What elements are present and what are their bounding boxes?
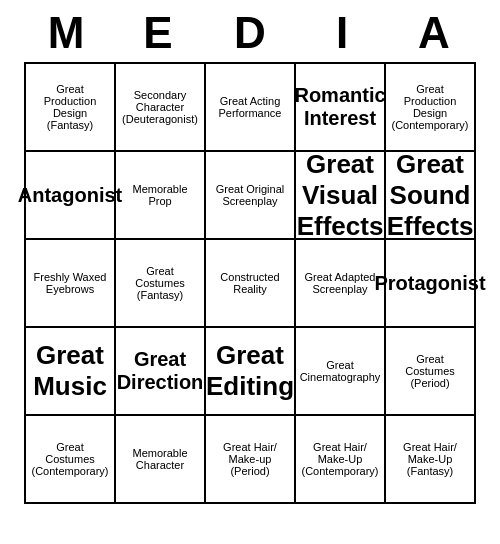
cell-13: Great Adapted Screenplay [296, 240, 386, 328]
cell-17: Great Editing [206, 328, 296, 416]
cell-20: Great Costumes (Contemporary) [26, 416, 116, 504]
cell-15: Great Music [26, 328, 116, 416]
cell-4: Great Production Design (Contemporary) [386, 64, 476, 152]
cell-18: Great Cinematography [296, 328, 386, 416]
cell-14: Protagonist [386, 240, 476, 328]
cell-6: Memorable Prop [116, 152, 206, 240]
title-letter-a: A [394, 8, 474, 58]
cell-10: Freshly Waxed Eyebrows [26, 240, 116, 328]
cell-7: Great Original Screenplay [206, 152, 296, 240]
cell-16: Great Direction [116, 328, 206, 416]
cell-12: Constructed Reality [206, 240, 296, 328]
cell-24: Great Hair/ Make-Up (Fantasy) [386, 416, 476, 504]
cell-3: Romantic Interest [296, 64, 386, 152]
title-letter-i: I [302, 8, 382, 58]
cell-0: Great Production Design (Fantasy) [26, 64, 116, 152]
title-letter-d: D [210, 8, 290, 58]
cell-5: Antagonist [26, 152, 116, 240]
cell-2: Great Acting Performance [206, 64, 296, 152]
title-letter-e: E [118, 8, 198, 58]
cell-9: Great Sound Effects [386, 152, 476, 240]
cell-1: Secondary Character (Deuteragonist) [116, 64, 206, 152]
cell-11: Great Costumes (Fantasy) [116, 240, 206, 328]
cell-8: Great Visual Effects [296, 152, 386, 240]
bingo-grid: Great Production Design (Fantasy)Seconda… [24, 62, 476, 504]
cell-19: Great Costumes (Period) [386, 328, 476, 416]
cell-23: Great Hair/ Make-Up (Contemporary) [296, 416, 386, 504]
bingo-title: M E D I A [20, 8, 480, 58]
cell-21: Memorable Character [116, 416, 206, 504]
cell-22: Great Hair/ Make-up (Period) [206, 416, 296, 504]
title-letter-m: M [26, 8, 106, 58]
